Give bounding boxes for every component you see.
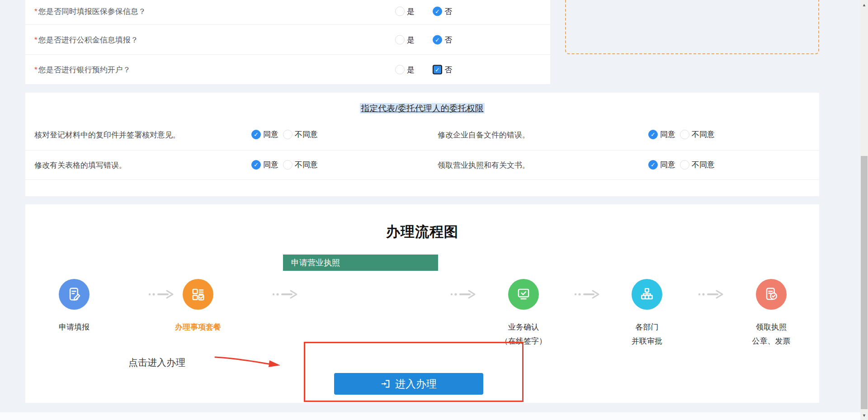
divider — [25, 179, 819, 180]
step-label: 办理事项套餐 — [153, 321, 243, 335]
hint-text: 点击进入办理 — [128, 356, 185, 369]
flow-arrow-icon — [272, 289, 298, 301]
checkbox-checked-icon[interactable]: ✓ — [433, 65, 442, 74]
radio-yes[interactable]: 是 — [395, 6, 415, 16]
flow-step-confirm: 业务确认 （在线签字） — [478, 279, 569, 348]
auth-item-fix-documents: 修改企业自备文件的错误。 — [438, 129, 530, 140]
required-mark: * — [34, 65, 38, 74]
flow-step-parallel-approval: 各部门 并联审批 — [602, 279, 692, 348]
org-chart-icon — [632, 279, 662, 310]
enter-processing-button[interactable]: 进入办理 — [334, 373, 483, 395]
flow-step-collect-license: 领取执照 公章、发票 — [726, 279, 816, 348]
radio-unchecked-icon[interactable] — [395, 6, 405, 16]
authorization-title: 指定代表/委托代理人的委托权限 — [25, 103, 819, 114]
radio-agree[interactable]: ✓ 同意 — [251, 160, 278, 170]
question-label: *您是否同时填报医保参保信息？ — [34, 6, 146, 16]
radio-checked-icon[interactable]: ✓ — [648, 130, 658, 139]
radio-yes[interactable]: 是 — [395, 34, 415, 45]
question-label: *您是否进行公积金信息填报？ — [34, 34, 138, 45]
radio-agree[interactable]: ✓ 同意 — [648, 129, 675, 140]
page-bottom-strip — [0, 412, 860, 420]
auth-item-fix-forms: 修改有关表格的填写错误。 — [34, 160, 127, 170]
scroll-down-icon[interactable]: ▼ — [860, 411, 868, 419]
auth-item-collect-license: 领取营业执照和有关文书。 — [438, 160, 530, 170]
checkbox-no-label: 否 — [444, 64, 452, 75]
question-row-bank-account: *您是否进行银行预约开户？ 是 ✓ 否 — [25, 55, 550, 84]
flow-step-apply: 申请填报 — [29, 279, 119, 335]
radio-unchecked-icon[interactable] — [395, 65, 405, 74]
license-check-icon — [756, 279, 787, 310]
required-mark: * — [34, 7, 38, 15]
radio-disagree[interactable]: 不同意 — [680, 129, 715, 140]
radio-unchecked-icon[interactable] — [395, 35, 405, 44]
checkbox-no[interactable]: ✓ 否 — [433, 64, 452, 75]
flow-step-package: 办理事项套餐 — [153, 279, 243, 335]
radio-no-label: 否 — [444, 34, 452, 45]
radio-yes[interactable]: 是 — [395, 64, 415, 75]
radio-checked-icon[interactable]: ✓ — [433, 35, 442, 44]
sign-in-icon — [381, 379, 391, 389]
radio-unchecked-icon[interactable] — [680, 160, 689, 170]
questions-panel: *您是否同时填报医保参保信息？ 是 ✓ 否 *您是否进行公积金信息填报？ 是 ✓… — [25, 0, 551, 85]
process-flow-panel: 办理流程图 申请营业执照 申请填报 — [25, 204, 820, 403]
flow-arrow-icon — [698, 289, 724, 301]
radio-checked-icon[interactable]: ✓ — [433, 6, 442, 16]
radio-yes-label: 是 — [407, 6, 415, 16]
step-label: 各部门 并联审批 — [602, 321, 692, 348]
flow-title: 办理流程图 — [25, 222, 819, 241]
flow-arrow-icon — [450, 289, 476, 301]
scrollbar-thumb[interactable] — [861, 156, 868, 409]
radio-unchecked-icon[interactable] — [283, 130, 292, 139]
flow-arrow-icon — [574, 289, 600, 301]
authorization-panel: 指定代表/委托代理人的委托权限 核对登记材料中的复印件并签署核对意见。 ✓ 同意… — [25, 92, 820, 197]
auth-item-check-copies: 核对登记材料中的复印件并签署核对意见。 — [34, 129, 180, 140]
required-mark: * — [34, 35, 38, 44]
vertical-scrollbar[interactable]: ▲ ▼ — [860, 0, 868, 420]
radio-no[interactable]: ✓ 否 — [433, 6, 452, 16]
question-row-medical-insurance: *您是否同时填报医保参保信息？ 是 ✓ 否 — [25, 0, 550, 25]
question-row-housing-fund: *您是否进行公积金信息填报？ 是 ✓ 否 — [25, 25, 550, 55]
monitor-check-icon — [508, 279, 539, 310]
document-edit-icon — [59, 279, 90, 310]
radio-disagree[interactable]: 不同意 — [283, 129, 318, 140]
radio-checked-icon[interactable]: ✓ — [648, 160, 658, 170]
radio-no-label: 否 — [444, 6, 452, 16]
radio-yes-label: 是 — [407, 34, 415, 45]
scroll-up-icon[interactable]: ▲ — [860, 1, 868, 9]
checklist-icon — [183, 279, 213, 310]
radio-yes-label: 是 — [407, 64, 415, 75]
attachment-placeholder-panel — [565, 0, 819, 54]
radio-disagree[interactable]: 不同意 — [283, 160, 318, 170]
radio-unchecked-icon[interactable] — [283, 160, 292, 170]
radio-checked-icon[interactable]: ✓ — [251, 130, 261, 139]
radio-agree[interactable]: ✓ 同意 — [251, 129, 278, 140]
divider — [25, 150, 819, 151]
radio-no[interactable]: ✓ 否 — [433, 34, 452, 45]
radio-agree[interactable]: ✓ 同意 — [648, 160, 675, 170]
business-license-banner: 申请营业执照 — [283, 255, 438, 271]
radio-checked-icon[interactable]: ✓ — [251, 160, 261, 170]
radio-unchecked-icon[interactable] — [680, 130, 689, 139]
step-label: 领取执照 公章、发票 — [726, 321, 816, 348]
radio-disagree[interactable]: 不同意 — [680, 160, 715, 170]
red-arrow-icon — [214, 354, 282, 373]
step-label: 申请填报 — [29, 321, 119, 335]
question-label: *您是否进行银行预约开户？ — [34, 64, 131, 75]
